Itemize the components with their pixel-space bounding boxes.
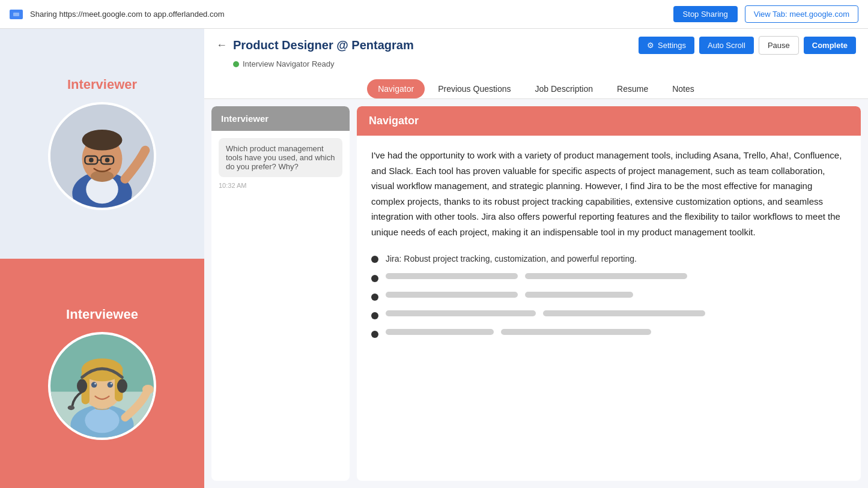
loading-bar-5a xyxy=(386,329,494,335)
bullet-item-4 xyxy=(371,310,846,319)
svg-point-27 xyxy=(111,382,112,384)
chat-header: Interviewer xyxy=(211,106,350,131)
tab-notes[interactable]: Notes xyxy=(661,79,705,98)
tabs-row: Navigator Previous Questions Job Descrip… xyxy=(216,74,856,98)
chat-body: Which product management tools have you … xyxy=(211,131,350,481)
content-area: Interviewer Which product management too… xyxy=(204,99,868,488)
interviewer-section: Interviewer xyxy=(0,29,204,259)
panel-title-row: ← Product Designer @ Pentagram ⚙ Setting… xyxy=(216,36,856,55)
navigator-body: I've had the opportunity to work with a … xyxy=(357,136,861,481)
navigator-header: Navigator xyxy=(357,106,861,136)
chat-timestamp: 10:32 AM xyxy=(219,182,342,189)
status-dot xyxy=(233,61,239,67)
bullet-item-2 xyxy=(371,273,846,282)
loading-bar-5b xyxy=(501,329,651,335)
bullet-list: Jira: Robust project tracking, customiza… xyxy=(371,254,846,338)
tab-job-description[interactable]: Job Description xyxy=(524,79,604,98)
svg-point-11 xyxy=(89,158,94,163)
loading-bar-4b xyxy=(543,310,705,316)
bullet-item-5 xyxy=(371,329,846,338)
interviewee-section: Interviewee xyxy=(0,259,204,489)
loading-bar-2a xyxy=(386,273,518,279)
complete-button[interactable]: Complete xyxy=(804,37,856,54)
panel-header: ← Product Designer @ Pentagram ⚙ Setting… xyxy=(204,29,868,99)
svg-point-12 xyxy=(105,158,110,163)
settings-button[interactable]: ⚙ Settings xyxy=(639,37,694,54)
settings-label: Settings xyxy=(658,41,686,50)
loading-bar-2b xyxy=(525,273,687,279)
loading-lines-3 xyxy=(386,292,846,298)
svg-point-26 xyxy=(94,382,96,384)
bullet-dot-2 xyxy=(371,275,378,282)
tab-previous-questions[interactable]: Previous Questions xyxy=(427,79,521,98)
panel-title: Product Designer @ Pentagram xyxy=(233,38,414,52)
sharing-icon xyxy=(10,10,23,19)
svg-point-7 xyxy=(82,130,123,150)
loading-bar-3a xyxy=(386,292,518,298)
svg-point-25 xyxy=(108,382,114,388)
navigator-body-text: I've had the opportunity to work with a … xyxy=(371,148,846,239)
header-actions: ⚙ Settings Auto Scroll Pause Complete xyxy=(639,36,856,55)
svg-point-13 xyxy=(91,170,114,182)
stop-sharing-button[interactable]: Stop Sharing xyxy=(673,6,738,22)
interviewer-label: Interviewer xyxy=(67,77,137,92)
loading-bar-4a xyxy=(386,310,536,316)
svg-point-29 xyxy=(117,379,127,393)
svg-point-31 xyxy=(142,385,154,394)
interviewee-label: Interviewee xyxy=(66,307,138,322)
loading-lines-5 xyxy=(386,329,846,335)
loading-lines-2 xyxy=(386,273,846,279)
top-bar: Sharing https://meet.google.com to app.o… xyxy=(0,0,868,29)
chat-message: Which product management tools have you … xyxy=(226,144,335,171)
interviewer-avatar xyxy=(48,102,156,210)
chat-column: Interviewer Which product management too… xyxy=(211,106,350,481)
status-row: Interview Navigator Ready xyxy=(216,59,856,68)
bullet-text-1: Jira: Robust project tracking, customiza… xyxy=(386,254,637,264)
auto-scroll-button[interactable]: Auto Scroll xyxy=(699,37,754,54)
interviewee-avatar xyxy=(48,332,156,440)
pause-button[interactable]: Pause xyxy=(759,36,799,55)
loading-bar-3b xyxy=(525,292,633,298)
tab-navigator[interactable]: Navigator xyxy=(367,79,425,98)
gear-icon: ⚙ xyxy=(647,41,654,50)
right-panel: ← Product Designer @ Pentagram ⚙ Setting… xyxy=(204,29,868,488)
status-text: Interview Navigator Ready xyxy=(243,59,334,68)
left-panel: Interviewer xyxy=(0,29,204,488)
svg-rect-1 xyxy=(13,13,19,16)
main-layout: Interviewer xyxy=(0,29,868,488)
bullet-item-3 xyxy=(371,292,846,301)
bullet-dot-1 xyxy=(371,256,378,263)
sharing-text: Sharing https://meet.google.com to app.o… xyxy=(30,10,666,19)
chat-bubble: Which product management tools have you … xyxy=(219,138,342,177)
back-arrow-button[interactable]: ← xyxy=(216,39,227,52)
bullet-item-1: Jira: Robust project tracking, customiza… xyxy=(371,254,846,264)
title-with-back: ← Product Designer @ Pentagram xyxy=(216,38,414,52)
svg-point-17 xyxy=(85,408,119,433)
view-tab-button[interactable]: View Tab: meet.google.com xyxy=(745,5,858,23)
tab-resume[interactable]: Resume xyxy=(606,79,659,98)
bullet-dot-5 xyxy=(371,331,378,338)
bullet-dot-4 xyxy=(371,312,378,319)
loading-lines-4 xyxy=(386,310,846,316)
svg-point-30 xyxy=(68,405,74,410)
bullet-dot-3 xyxy=(371,294,378,301)
svg-point-24 xyxy=(91,382,97,388)
navigator-column: Navigator I've had the opportunity to wo… xyxy=(357,106,861,481)
